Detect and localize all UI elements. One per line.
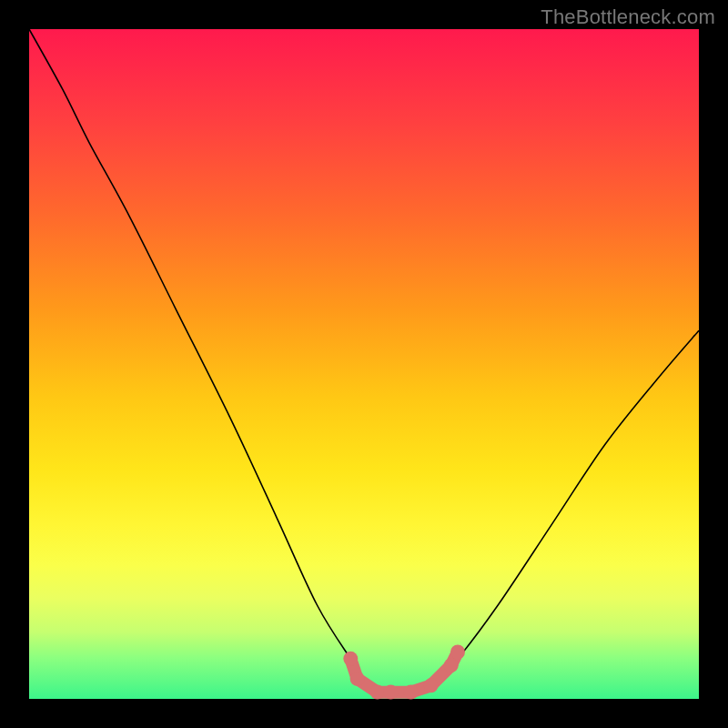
marker-dot [343,652,358,666]
watermark-text: TheBottleneck.com [541,5,715,29]
marker-dot [444,658,459,672]
marker-blob [350,652,458,692]
bottleneck-curve [29,29,699,693]
marker-dot [424,678,439,693]
marker-dot [383,685,398,700]
chart-frame: TheBottleneck.com [0,0,728,728]
marker-dot [404,685,419,700]
plot-area [29,29,699,699]
marker-dot [350,672,365,686]
marker-dot [450,645,465,660]
curve-svg [29,29,699,699]
marker-dot [370,685,385,700]
marker-group [343,645,465,700]
